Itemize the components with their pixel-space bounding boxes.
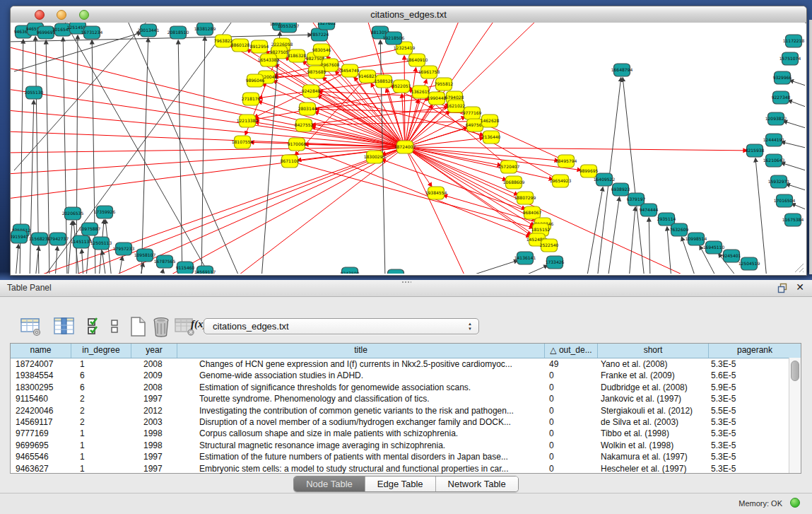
- column-header-title[interactable]: title: [177, 344, 545, 358]
- graph-node-label: 18300295: [364, 154, 386, 159]
- graph-edge[interactable]: [788, 100, 805, 107]
- table-row[interactable]: 1830029562008Estimation of significance …: [11, 382, 801, 393]
- graph-node-label: 2718176: [242, 96, 261, 101]
- graph-edge-selected[interactable]: [312, 121, 490, 125]
- graph-edge[interactable]: [623, 78, 645, 274]
- graph-edge[interactable]: [161, 269, 163, 274]
- graph-edge-selected[interactable]: [11, 68, 405, 147]
- graph-edge[interactable]: [786, 184, 805, 190]
- graph-edge[interactable]: [82, 250, 83, 274]
- network-svg[interactable]: 1872400779638228860128891295422226058982…: [11, 23, 805, 274]
- column-header-name[interactable]: name: [11, 344, 71, 358]
- graph-node-label: 10958107: [134, 252, 156, 257]
- float-panel-icon[interactable]: [777, 283, 788, 293]
- row-options-icon[interactable]: [110, 316, 119, 337]
- graph-edge[interactable]: [587, 187, 603, 274]
- tab-network-table[interactable]: Network Table: [436, 477, 518, 491]
- graph-edge[interactable]: [516, 265, 548, 274]
- table-settings-icon[interactable]: [20, 316, 42, 337]
- vertical-scrollbar[interactable]: [789, 358, 801, 473]
- graph-node-label: 16210643: [763, 158, 785, 163]
- graph-edge-selected[interactable]: [405, 147, 747, 151]
- graph-node-label: 9830546: [312, 47, 331, 52]
- table-cell: 5.5E-5: [709, 405, 801, 416]
- table-cell: 18724007: [11, 358, 71, 370]
- column-header-short[interactable]: short: [598, 344, 709, 358]
- graph-edge[interactable]: [667, 227, 671, 274]
- table-cell: 9463627: [11, 463, 71, 474]
- graph-edge[interactable]: [119, 257, 122, 274]
- graph-node-label: 1462628: [481, 118, 500, 123]
- table-row[interactable]: 969969511998Structural magnetic resonanc…: [11, 440, 801, 451]
- network-window-titlebar[interactable]: citations_edges.txt: [11, 6, 806, 23]
- tab-node-table[interactable]: Node Table: [294, 477, 365, 491]
- graph-node-label: 8860128: [231, 42, 250, 47]
- column-header-in-degree[interactable]: in_degree: [71, 344, 131, 358]
- table-cell: 5.3E-5: [709, 463, 801, 474]
- graph-edge[interactable]: [784, 121, 805, 128]
- graph-edge[interactable]: [782, 163, 805, 170]
- graph-edge[interactable]: [782, 142, 805, 148]
- graph-node-label: 2935114: [657, 216, 676, 221]
- graph-edge[interactable]: [178, 40, 182, 274]
- scrollbar-thumb[interactable]: [791, 361, 799, 381]
- graph-edge[interactable]: [102, 251, 106, 274]
- table-row[interactable]: 2242004622012Investigating the contribut…: [11, 405, 801, 416]
- show-columns-icon[interactable]: [53, 316, 76, 337]
- graph-edge-selected[interactable]: [314, 112, 405, 147]
- column-header-year[interactable]: year: [131, 344, 177, 358]
- table-cell: 19384554: [11, 370, 71, 381]
- table-cell: Tibbo et al. (1998): [598, 428, 709, 439]
- column-header-out-de-[interactable]: △ out_de...: [545, 344, 598, 358]
- splitter-grip[interactable]: [401, 281, 411, 284]
- graph-edge[interactable]: [16, 245, 18, 274]
- column-header-pagerank[interactable]: pagerank: [709, 344, 801, 358]
- graph-edge[interactable]: [201, 37, 205, 274]
- table-cell: Jankovic et al. (1997): [598, 393, 709, 404]
- table-row[interactable]: 1456911722003Disruption of a novel membe…: [11, 416, 801, 428]
- table-row[interactable]: 911546021997Tourette syndrome. Phenomeno…: [11, 393, 801, 404]
- table-row[interactable]: 977716911998Corpus callosum shape and si…: [11, 428, 801, 439]
- memory-status-indicator[interactable]: [790, 498, 800, 508]
- table-row[interactable]: 946362711997Embryonic stem cells: a mode…: [11, 463, 801, 474]
- graph-edge[interactable]: [127, 23, 240, 274]
- table-row[interactable]: 946554611997Estimation of the future num…: [11, 451, 801, 462]
- graph-edge-selected[interactable]: [273, 81, 405, 147]
- table-cell: 1: [71, 463, 131, 474]
- graph-edge[interactable]: [755, 158, 767, 274]
- graph-edge-selected[interactable]: [405, 147, 558, 160]
- close-panel-icon[interactable]: ✕: [796, 281, 804, 293]
- graph-edge[interactable]: [30, 100, 34, 274]
- graph-edge-selected[interactable]: [11, 132, 405, 147]
- new-table-icon[interactable]: [129, 316, 147, 337]
- delete-table-trash-icon[interactable]: [151, 316, 171, 337]
- graph-node-label: 9115460: [176, 265, 195, 270]
- graph-edge-selected[interactable]: [405, 138, 483, 147]
- graph-edge-selected[interactable]: [297, 144, 530, 237]
- graph-edge-selected[interactable]: [28, 147, 405, 274]
- graph-edge[interactable]: [792, 204, 805, 209]
- graph-edge[interactable]: [11, 35, 312, 42]
- graph-edge[interactable]: [789, 80, 805, 86]
- table-cell: Wolkin et al. (1998): [598, 440, 709, 451]
- graph-edge[interactable]: [608, 197, 619, 274]
- graph-edge[interactable]: [459, 260, 518, 274]
- graph-edge[interactable]: [68, 221, 72, 274]
- select-rows-icon[interactable]: [86, 316, 103, 337]
- graph-edge-selected[interactable]: [11, 147, 405, 153]
- network-canvas[interactable]: 1872400779638228860128891295422226058982…: [11, 23, 805, 274]
- table-cell: 0: [545, 370, 598, 381]
- graph-edge[interactable]: [649, 218, 650, 274]
- graph-edge[interactable]: [629, 207, 635, 274]
- table-selector-dropdown[interactable]: citations_edges.txt ▲▼: [204, 318, 479, 334]
- table-cell: 9699695: [11, 440, 71, 451]
- tab-edge-table[interactable]: Edge Table: [365, 477, 436, 491]
- graph-node-label: 7963822: [214, 38, 233, 43]
- table-cell: Nakamura et al. (1997): [598, 451, 709, 462]
- table-row[interactable]: 1872400712008Changes of HCN gene express…: [11, 358, 801, 370]
- graph-node-label: 18495794: [555, 158, 577, 163]
- graph-node-label: 8671100: [281, 158, 300, 163]
- graph-edge[interactable]: [261, 32, 280, 274]
- table-row[interactable]: 1938455462009Genome-wide association stu…: [11, 370, 801, 381]
- graph-node-label: 16961758: [418, 69, 440, 74]
